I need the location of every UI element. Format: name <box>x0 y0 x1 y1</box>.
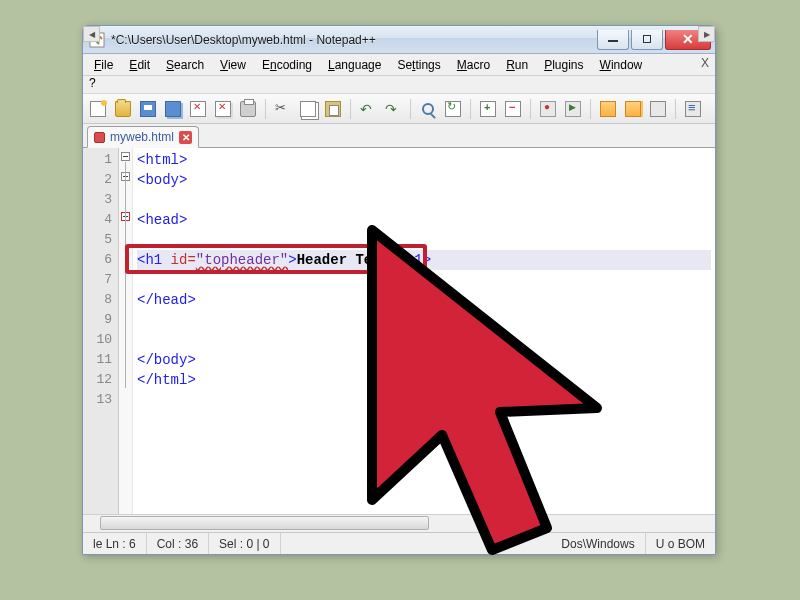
separator <box>470 99 471 119</box>
menu-language[interactable]: Language <box>321 56 388 74</box>
zoom-in-button[interactable] <box>477 98 499 120</box>
find-button[interactable] <box>417 98 439 120</box>
toolbar-ext2-button[interactable] <box>622 98 644 120</box>
status-col: Col : 36 <box>147 533 209 554</box>
zoom-out-button[interactable] <box>502 98 524 120</box>
fold-column <box>119 148 133 514</box>
separator <box>410 99 411 119</box>
status-sel: Sel : 0 | 0 <box>209 533 280 554</box>
paste-button[interactable] <box>322 98 344 120</box>
code-content[interactable]: <html> <body> <head> <h1 id="topheader">… <box>133 148 715 514</box>
close-all-button[interactable] <box>212 98 234 120</box>
save-button[interactable] <box>137 98 159 120</box>
menu-run[interactable]: Run <box>499 56 535 74</box>
save-all-button[interactable] <box>162 98 184 120</box>
new-file-button[interactable] <box>87 98 109 120</box>
redo-button[interactable]: ↷ <box>382 98 404 120</box>
menu-file[interactable]: File <box>87 56 120 74</box>
unsaved-indicator-icon <box>94 132 105 143</box>
horizontal-scrollbar[interactable]: ◀ ▶ <box>83 514 715 532</box>
cut-button[interactable]: ✂ <box>272 98 294 120</box>
open-file-button[interactable] <box>112 98 134 120</box>
help-row[interactable]: ? <box>83 76 715 94</box>
word-wrap-button[interactable] <box>682 98 704 120</box>
menubar: File Edit Search View Encoding Language … <box>83 54 715 76</box>
menu-encoding[interactable]: Encoding <box>255 56 319 74</box>
separator <box>675 99 676 119</box>
print-button[interactable] <box>237 98 259 120</box>
minimize-button[interactable] <box>597 30 629 50</box>
menu-macro[interactable]: Macro <box>450 56 497 74</box>
window-controls: ✕ <box>597 30 711 50</box>
separator <box>530 99 531 119</box>
close-file-button[interactable] <box>187 98 209 120</box>
toolbar-ext1-button[interactable] <box>597 98 619 120</box>
status-line: le Ln : 6 <box>83 533 147 554</box>
menu-search[interactable]: Search <box>159 56 211 74</box>
menu-view[interactable]: View <box>213 56 253 74</box>
undo-button[interactable]: ↶ <box>357 98 379 120</box>
fold-toggle-icon[interactable] <box>121 152 130 161</box>
file-tab-myweb[interactable]: myweb.html ✕ <box>87 126 199 148</box>
tab-bar: myweb.html ✕ <box>83 124 715 148</box>
macro-play-button[interactable] <box>562 98 584 120</box>
window-title: *C:\Users\User\Desktop\myweb.html - Note… <box>111 33 597 47</box>
menu-window[interactable]: Window <box>593 56 650 74</box>
doc-close-x[interactable]: X <box>701 56 709 70</box>
toolbar-ext3-button[interactable] <box>647 98 669 120</box>
status-encoding: U o BOM <box>646 533 715 554</box>
maximize-button[interactable] <box>631 30 663 50</box>
line-number-gutter: 123 456 789 101112 13 <box>83 148 119 514</box>
tab-label: myweb.html <box>110 130 174 144</box>
toolbar: ✂ ↶ ↷ <box>83 94 715 124</box>
replace-button[interactable] <box>442 98 464 120</box>
statusbar: le Ln : 6 Col : 36 Sel : 0 | 0 Dos\Windo… <box>83 532 715 554</box>
macro-record-button[interactable] <box>537 98 559 120</box>
status-eol: Dos\Windows <box>551 533 645 554</box>
copy-button[interactable] <box>297 98 319 120</box>
scroll-thumb[interactable] <box>100 516 429 530</box>
menu-plugins[interactable]: Plugins <box>537 56 590 74</box>
separator <box>590 99 591 119</box>
scroll-left-arrow-icon[interactable]: ◀ <box>83 26 100 42</box>
app-window: *C:\Users\User\Desktop\myweb.html - Note… <box>82 25 716 555</box>
menu-settings[interactable]: Settings <box>390 56 447 74</box>
titlebar[interactable]: *C:\Users\User\Desktop\myweb.html - Note… <box>83 26 715 54</box>
tab-close-icon[interactable]: ✕ <box>179 131 192 144</box>
separator <box>350 99 351 119</box>
separator <box>265 99 266 119</box>
scroll-right-arrow-icon[interactable]: ▶ <box>698 26 715 42</box>
scroll-track[interactable] <box>100 515 698 532</box>
menu-edit[interactable]: Edit <box>122 56 157 74</box>
editor-area[interactable]: 123 456 789 101112 13 <html> <body> <hea… <box>83 148 715 514</box>
